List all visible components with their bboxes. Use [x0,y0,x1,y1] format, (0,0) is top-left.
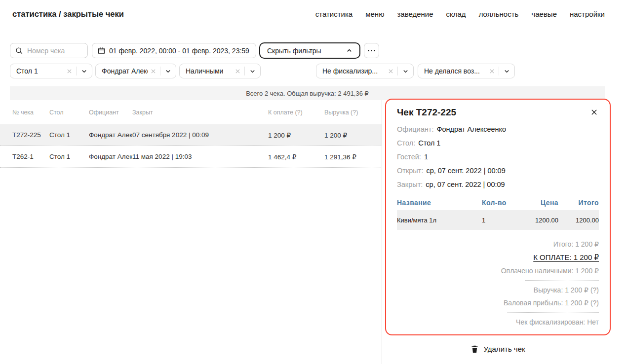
col-closed: Закрыт [132,109,268,116]
nav-item-loyalty[interactable]: лояльность [479,10,519,18]
cell-waiter: Фондрат Алекс... [89,153,132,160]
chevron-up-icon [346,47,352,54]
date-range-label: 01 февр. 2022, 00:00 - 01 февр. 2023, 23… [109,47,249,55]
table-row[interactable]: T262-1 Стол 1 Фондрат Алекс... 11 мая 20… [0,146,382,168]
divider [508,312,599,313]
field-waiter: Официант:Фондрат Алексеенко [397,122,599,136]
chevron-down-icon[interactable] [504,68,510,74]
cell-table: Стол 1 [49,131,89,139]
cell-waiter: Фондрат Алекс... [89,131,132,139]
receipt-detail-panel: Чек T272-225 Официант:Фондрат Алексеенко… [385,99,611,335]
nav-item-stock[interactable]: склад [446,10,466,18]
fiscalized-status: Чек фискализирован: Нет [397,316,599,328]
more-filters-button[interactable] [364,43,379,58]
breadcrumb: статистика / закрытые чеки [12,9,124,19]
items-col-price: Цена [516,199,558,207]
item-price: 1200.00 [516,217,558,224]
receipt-items-table: Название Кол-во Цена Итого Киви/мята 1л … [397,195,599,230]
calendar-icon [98,47,105,54]
items-col-name: Название [397,199,482,207]
divider [76,67,77,75]
nav-item-menu[interactable]: меню [365,10,384,18]
close-icon[interactable] [589,107,599,117]
col-receipt-number: № чека [12,109,49,116]
item-total: 1200.00 [558,217,599,224]
item-qty: 1 [482,217,516,224]
filter-chip-waiter[interactable]: Фондрат Алекс... [95,64,176,78]
close-icon[interactable] [388,69,393,74]
col-waiter: Официант [89,109,132,116]
item-row: Киви/мята 1л 1 1200.00 1200.00 [397,210,599,230]
trash-icon [470,345,479,353]
receipt-fields: Официант:Фондрат Алексеенко Стол:Стол 1 … [397,122,599,191]
panel-title: Чек T272-225 [397,107,456,118]
close-icon[interactable] [151,69,156,74]
cell-revenue: 1 291,36 ₽ [324,153,382,161]
col-to-pay: К оплате (?) [268,109,324,116]
total-to-pay: К ОПЛАТЕ: 1 200 ₽ [397,251,599,264]
col-table: Стол [49,109,89,116]
chevron-down-icon[interactable] [81,68,87,74]
search-input[interactable] [26,46,82,55]
field-closed: Закрыт:ср, 07 сент. 2022 | 00:09 [397,178,599,191]
delete-receipt-label: Удалить чек [483,345,525,353]
cell-receipt-number: T272-225 [12,131,49,139]
vertical-divider [382,100,382,364]
nav-item-settings[interactable]: настройки [570,10,605,18]
date-range-button[interactable]: 01 февр. 2022, 00:00 - 01 февр. 2023, 23… [92,43,256,58]
more-icon [368,50,376,52]
header: статистика / закрытые чеки статистика ме… [0,0,626,28]
total-gross-profit: Валовая прибыль: 1 200 ₽ (?) [397,296,599,309]
cell-to-pay: 1 200 ₽ [268,131,324,139]
nav-item-tips[interactable]: чаевые [531,10,557,18]
filter-chip-fiscalized[interactable]: Не фискализир... [316,64,414,78]
items-col-qty: Кол-во [482,199,516,207]
receipts-table: № чека Стол Официант Закрыт К оплате (?)… [0,100,382,168]
cell-revenue: 1 200 ₽ [324,131,382,139]
cell-closed: 11 мая 2022 | 19:03 [132,153,268,160]
chevron-down-icon[interactable] [402,68,409,74]
nav-item-statistics[interactable]: статистика [315,10,352,18]
receipt-totals: Итого: 1 200 ₽ К ОПЛАТЕ: 1 200 ₽ Оплачен… [397,238,599,328]
total-revenue: Выручка: 1 200 ₽ (?) [397,284,599,296]
item-name: Киви/мята 1л [397,217,482,224]
filter-chip-table[interactable]: Стол 1 [10,64,92,78]
close-icon[interactable] [235,69,240,74]
field-opened: Открыт:ср, 07 сент. 2022 | 00:09 [397,164,599,178]
hide-filters-label: Скрыть фильтры [267,47,321,55]
hide-filters-button[interactable]: Скрыть фильтры [259,42,360,59]
delete-receipt-button[interactable]: Удалить чек [385,345,611,353]
summary-bar: Всего 2 чека. Общая выручка: 2 491,36 ₽ [10,86,605,100]
cell-to-pay: 1 462,4 ₽ [268,153,324,161]
total-subtotal: Итого: 1 200 ₽ [397,238,599,251]
field-guests: Гостей:1 [397,150,599,164]
receipt-search-box[interactable] [10,43,88,58]
table-header: № чека Стол Официант Закрыт К оплате (?)… [0,100,382,124]
nav-item-venue[interactable]: заведение [397,10,433,18]
divider [244,67,245,75]
filter-chip-payment[interactable]: Наличными [179,64,261,78]
top-nav: статистика меню заведение склад лояльнос… [315,10,605,18]
close-icon[interactable] [489,69,495,74]
search-icon [15,47,23,54]
field-table: Стол:Стол 1 [397,136,599,150]
chevron-down-icon[interactable] [249,68,256,74]
cell-receipt-number: T262-1 [12,153,49,160]
divider [160,67,160,75]
table-row[interactable]: T272-225 Стол 1 Фондрат Алекс... 07 сент… [0,124,382,146]
cell-closed: 07 сентября 2022 | 00:09 [132,131,268,139]
divider [397,67,398,75]
items-header: Название Кол-во Цена Итого [397,195,599,210]
chevron-down-icon[interactable] [165,68,171,74]
total-paid-cash: Оплачено наличными: 1 200 ₽ [397,264,599,277]
col-revenue: Выручка (?) [324,109,382,116]
filter-chip-refund[interactable]: Не делался воз... [418,64,515,78]
divider [525,280,599,281]
summary-text: Всего 2 чека. Общая выручка: 2 491,36 ₽ [246,90,369,97]
items-col-total: Итого [558,199,599,207]
cell-table: Стол 1 [49,153,89,160]
divider [499,67,499,75]
close-icon[interactable] [67,69,72,74]
